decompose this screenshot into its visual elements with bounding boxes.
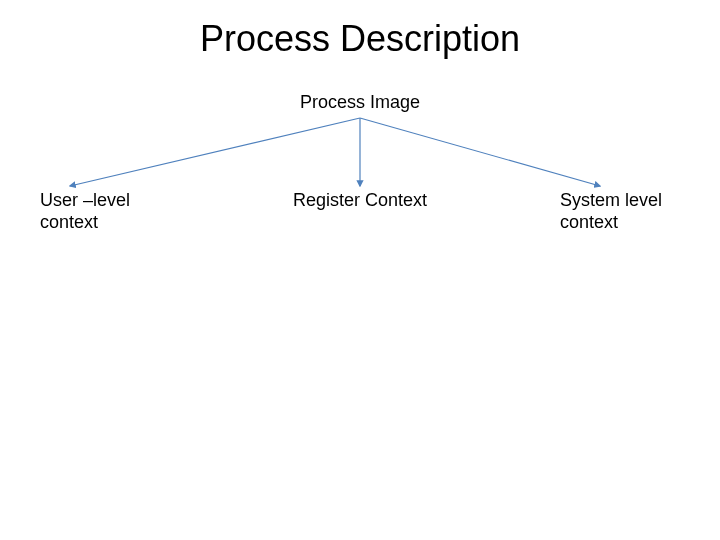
- slide-title: Process Description: [0, 18, 720, 60]
- leaf-system-level-context: System level context: [560, 190, 690, 233]
- slide: Process Description Process Image User –…: [0, 0, 720, 540]
- connector-right: [360, 118, 600, 186]
- connector-lines: [0, 0, 720, 540]
- root-node-label: Process Image: [0, 92, 720, 113]
- connector-left: [70, 118, 360, 186]
